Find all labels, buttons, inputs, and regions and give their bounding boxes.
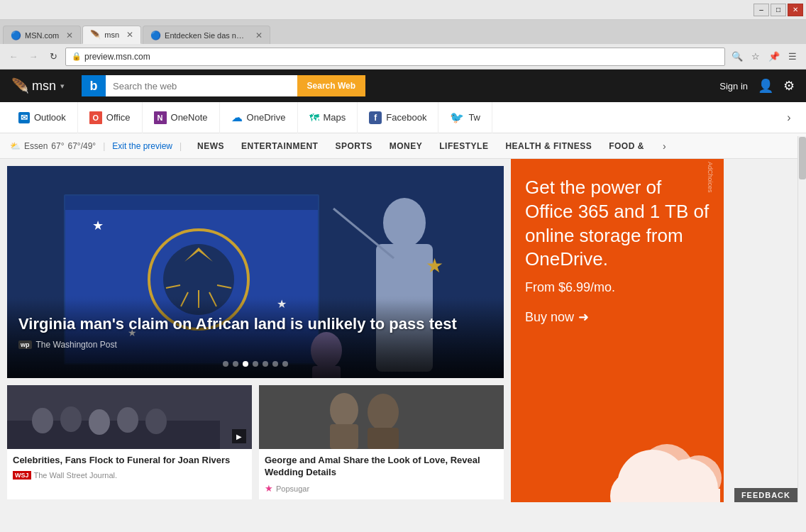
nav-onenote[interactable]: N OneNote — [143, 102, 220, 133]
subnav-lifestyle[interactable]: LIFESTYLE — [431, 133, 497, 159]
tab-entdecken[interactable]: 🔵 Entdecken Sie das neue M ✕ — [143, 26, 270, 44]
article-title: George and Amal Share the Look of Love, … — [265, 455, 498, 479]
nav-more-button[interactable]: › — [779, 108, 799, 128]
nav-twitter[interactable]: 🐦 Tw — [438, 102, 492, 133]
weather-info: ⛅ Essen 67° 67°/49° — [10, 141, 96, 151]
scrollbar[interactable] — [797, 136, 806, 502]
search-web-button[interactable]: Search Web — [297, 75, 365, 96]
refresh-button[interactable]: ↻ — [45, 49, 61, 65]
tab-title: msn — [104, 31, 119, 39]
title-bar: – □ ✕ — [0, 0, 806, 20]
nav-outlook-label: Outlook — [34, 112, 66, 123]
tab-close-icon[interactable]: ✕ — [123, 30, 133, 40]
tab-close-icon[interactable]: ✕ — [252, 31, 263, 40]
ad-cta-button[interactable]: Buy now ➜ — [525, 309, 589, 325]
source-name: The Wall Street Journal. — [34, 471, 118, 480]
svg-point-24 — [32, 408, 53, 433]
article-amal[interactable]: George and Amal Share the Look of Love, … — [259, 385, 504, 499]
back-button[interactable]: ← — [6, 49, 21, 65]
tab-favicon: 🪶 — [90, 30, 101, 40]
ad-cta-arrow-icon: ➜ — [578, 309, 589, 325]
svg-point-26 — [89, 409, 110, 435]
hero-article[interactable]: ★ ★ ★ ★ — [7, 166, 504, 378]
tab-msn-com[interactable]: 🔵 MSN.com ✕ — [3, 26, 81, 44]
article-title: Celebrities, Fans Flock to Funeral for J… — [13, 455, 246, 467]
hero-dot-4[interactable] — [253, 361, 258, 367]
scrollbar-thumb[interactable] — [799, 137, 806, 179]
star-icon[interactable]: ☆ — [748, 49, 763, 65]
nav-maps-label: Maps — [324, 112, 346, 123]
tab-msn[interactable]: 🪶 msn ✕ — [82, 26, 141, 44]
msn-logo-text: msn — [32, 79, 56, 94]
user-icon[interactable]: 👤 — [758, 78, 773, 94]
nav-maps[interactable]: 🗺 Maps — [298, 102, 358, 133]
pin-icon[interactable]: 📌 — [766, 49, 782, 65]
msn-navlinks: ✉ Outlook O Office N OneNote ☁ OneDrive … — [0, 102, 806, 133]
menu-icon[interactable]: ☰ — [785, 49, 800, 65]
article-image: ▶ — [7, 385, 252, 449]
subnav-food[interactable]: FOOD & — [600, 133, 653, 159]
subnav-sports[interactable]: SPORTS — [326, 133, 380, 159]
msn-page: 🪶 msn ▾ b Search Web Sign in 👤 ⚙ ✉ Outlo… — [0, 70, 806, 502]
subnav-money[interactable]: MONEY — [381, 133, 431, 159]
address-bar: ← → ↻ 🔒 preview.msn.com 🔍 ☆ 📌 ☰ — [0, 44, 806, 70]
url-box[interactable]: 🔒 preview.msn.com — [65, 48, 725, 66]
sign-in-link[interactable]: Sign in — [719, 81, 748, 92]
forward-button[interactable]: → — [26, 49, 41, 65]
weather-temp: 67° — [51, 141, 64, 151]
svg-rect-33 — [368, 428, 399, 449]
close-button[interactable]: ✕ — [788, 4, 803, 16]
tab-favicon: 🔵 — [11, 31, 21, 40]
subnav-health[interactable]: HEALTH & FITNESS — [497, 133, 600, 159]
article-joan-rivers[interactable]: ▶ Celebrities, Fans Flock to Funeral for… — [7, 385, 252, 499]
office-icon: O — [89, 111, 102, 124]
article-source: ★ Popsugar — [265, 483, 498, 494]
hero-dot-7[interactable] — [282, 361, 288, 367]
nav-onedrive[interactable]: ☁ OneDrive — [220, 102, 298, 133]
settings-icon[interactable]: ⚙ — [783, 78, 795, 94]
search-icon[interactable]: 🔍 — [729, 49, 745, 65]
msn-subnav: ⛅ Essen 67° 67°/49° | Exit the preview |… — [0, 133, 806, 159]
msn-logo[interactable]: 🪶 msn ▾ — [11, 77, 65, 94]
adchoices-label: AdChoices — [707, 162, 714, 193]
subnav-news[interactable]: NEWS — [189, 133, 233, 159]
exit-preview-link[interactable]: Exit the preview — [112, 141, 172, 151]
ad-cta-text: Buy now — [525, 310, 574, 325]
tab-title: MSN.com — [25, 31, 59, 40]
search-input[interactable] — [106, 75, 297, 96]
nav-office[interactable]: O Office — [78, 102, 143, 133]
article-image — [259, 385, 504, 449]
subnav-entertainment[interactable]: ENTERTAINMENT — [233, 133, 326, 159]
feedback-button[interactable]: FEEDBACK — [734, 488, 797, 502]
tab-favicon: 🔵 — [150, 31, 161, 40]
hero-dot-2[interactable] — [233, 361, 238, 367]
nav-facebook-label: Facebook — [386, 112, 426, 123]
hero-source: wp The Washington Post — [18, 340, 492, 350]
nav-outlook[interactable]: ✉ Outlook — [7, 102, 78, 133]
nav-onenote-label: OneNote — [171, 112, 208, 123]
content-main: ★ ★ ★ ★ — [0, 159, 511, 502]
hero-dot-5[interactable] — [263, 361, 268, 367]
weather-range: 67°/49° — [68, 141, 96, 151]
nav-facebook[interactable]: f Facebook — [358, 102, 438, 133]
hero-dot-3[interactable] — [243, 361, 248, 367]
hero-dot-6[interactable] — [272, 361, 278, 367]
svg-point-28 — [145, 409, 167, 434]
svg-rect-31 — [330, 424, 358, 449]
subnav-separator: | — [103, 141, 105, 151]
url-text: preview.msn.com — [84, 52, 150, 62]
wsj-logo: WSJ — [13, 471, 31, 480]
msn-content: ★ ★ ★ ★ — [0, 159, 806, 502]
maximize-button[interactable]: □ — [771, 4, 786, 16]
hero-dot-1[interactable] — [223, 361, 228, 367]
subnav-links: NEWS ENTERTAINMENT SPORTS MONEY LIFESTYL… — [189, 133, 653, 159]
url-lock-icon: 🔒 — [72, 52, 82, 61]
article-content: George and Amal Share the Look of Love, … — [259, 449, 504, 499]
nav-twitter-label: Tw — [468, 112, 480, 123]
article-svg — [7, 385, 252, 449]
minimize-button[interactable]: – — [753, 4, 769, 16]
subnav-more-icon[interactable]: › — [663, 140, 666, 152]
content-sidebar: AdChoices Get the power of Office 365 an… — [511, 159, 724, 502]
msn-dropdown-icon[interactable]: ▾ — [60, 82, 65, 91]
tab-close-icon[interactable]: ✕ — [62, 31, 73, 40]
